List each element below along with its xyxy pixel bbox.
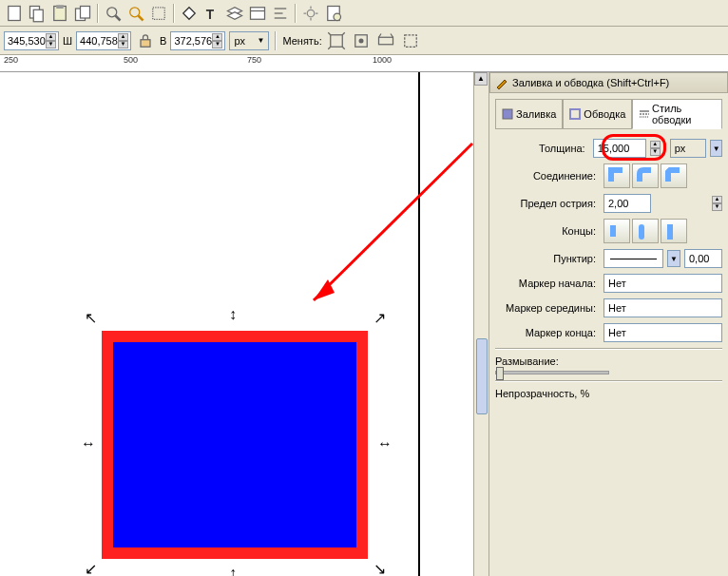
join-round-button[interactable] [632, 163, 659, 188]
panel-title: Заливка и обводка (Shift+Ctrl+F) [489, 72, 728, 93]
xml-icon[interactable] [247, 3, 268, 24]
height-input[interactable]: ▲▼ [170, 31, 225, 50]
copy-icon[interactable] [27, 3, 48, 24]
combo-arrow-icon[interactable]: ▼ [710, 140, 722, 157]
stroke-width-input[interactable] [593, 139, 646, 158]
separator [97, 4, 99, 23]
panel-body: Заливка Обводка Стиль обводки Толщина: ▲… [489, 93, 728, 405]
scroll-up-icon[interactable]: ▲ [474, 72, 488, 86]
svg-rect-26 [404, 34, 416, 47]
svg-rect-4 [56, 5, 64, 9]
handle-se[interactable]: ↘ [374, 565, 385, 576]
marker-start-label: Маркер начала: [495, 278, 600, 289]
prefs-icon[interactable] [300, 3, 321, 24]
svg-line-8 [116, 15, 121, 20]
spin-down-icon[interactable]: ▼ [46, 41, 56, 48]
zoom-page-icon[interactable] [148, 3, 169, 24]
duplicate-icon[interactable] [72, 3, 93, 24]
miter-input[interactable] [603, 194, 651, 213]
svg-point-9 [130, 7, 140, 16]
paste-icon[interactable] [49, 3, 70, 24]
cap-round-button[interactable] [632, 219, 659, 243]
svg-rect-25 [378, 37, 393, 45]
dash-offset-input[interactable] [684, 249, 722, 268]
spin-down-icon[interactable]: ▼ [650, 148, 661, 156]
opacity-label: Непрозрачность, % [495, 388, 722, 399]
marker-mid-combo[interactable]: Нет [603, 298, 722, 317]
separator [173, 4, 175, 23]
handle-n[interactable]: ↕ [229, 310, 240, 321]
transform-mode3-icon[interactable] [375, 30, 396, 51]
spin-up-icon[interactable]: ▲ [46, 33, 56, 41]
spin-down-icon[interactable]: ▼ [118, 41, 128, 48]
svg-text:T: T [206, 8, 215, 22]
svg-rect-30 [570, 109, 580, 119]
layers-icon[interactable] [224, 3, 245, 24]
main-area: ↖ ↕ ↗ ↔ ↔ ↙ ↕ ↘ ▲ Заливка и обводка (Shi… [0, 72, 728, 576]
lock-icon[interactable] [135, 30, 156, 51]
width-unit-combo[interactable]: px [670, 139, 707, 158]
dash-label: Пунктир: [495, 253, 600, 264]
spin-up-icon[interactable]: ▲ [212, 33, 222, 41]
cap-square-button[interactable] [661, 219, 687, 243]
width-label: Толщина: [495, 143, 589, 154]
cap-butt-button[interactable] [603, 219, 630, 243]
spin-down-icon[interactable]: ▼ [212, 41, 222, 48]
doc-props-icon[interactable] [323, 3, 344, 24]
blur-label: Размывание: [495, 355, 722, 367]
width-input[interactable]: ▲▼ [76, 31, 131, 50]
svg-rect-29 [503, 109, 512, 119]
handle-sw[interactable]: ↙ [85, 565, 96, 576]
width-label: Ш [63, 35, 72, 47]
separator [295, 4, 297, 23]
spin-up-icon[interactable]: ▲ [650, 141, 661, 148]
unit-combo[interactable]: px▼ [229, 31, 269, 50]
align-icon[interactable] [270, 3, 291, 24]
brush-icon [495, 76, 508, 89]
handle-s[interactable]: ↕ [229, 568, 240, 576]
top-toolbar: T [0, 0, 728, 27]
zoom-fit-icon[interactable] [125, 3, 146, 24]
svg-line-10 [139, 15, 144, 20]
spin-up-icon[interactable]: ▲ [118, 33, 128, 41]
join-miter-button[interactable] [603, 163, 630, 188]
svg-rect-2 [33, 10, 43, 22]
blur-slider[interactable] [495, 371, 609, 374]
coord-input[interactable]: ▲▼ [4, 31, 59, 50]
zoom-icon[interactable] [103, 3, 124, 24]
canvas[interactable]: ↖ ↕ ↗ ↔ ↔ ↙ ↕ ↘ [0, 72, 473, 576]
marker-end-combo[interactable]: Нет [603, 323, 722, 342]
svg-rect-13 [251, 7, 265, 19]
svg-rect-21 [141, 39, 150, 47]
svg-rect-0 [9, 6, 21, 20]
tab-fill[interactable]: Заливка [495, 99, 563, 129]
transform-mode2-icon[interactable] [351, 30, 372, 51]
spin-down-icon[interactable]: ▼ [712, 203, 722, 211]
height-label: В [160, 35, 166, 47]
tab-stroke-style[interactable]: Стиль обводки [632, 99, 722, 129]
join-label: Соединение: [495, 170, 600, 182]
dash-combo[interactable] [603, 249, 663, 268]
tab-stroke[interactable]: Обводка [563, 99, 632, 129]
fill-icon[interactable] [179, 3, 200, 24]
transform-mode-icon[interactable] [326, 30, 347, 51]
marker-end-label: Маркер конца: [495, 327, 600, 338]
handle-ne[interactable]: ↗ [374, 314, 385, 325]
slider-thumb[interactable] [496, 367, 504, 380]
spin-up-icon[interactable]: ▲ [712, 196, 722, 203]
coords-toolbar: ▲▼ Ш ▲▼ В ▲▼ px▼ Менять: [0, 27, 728, 55]
join-bevel-button[interactable] [661, 163, 687, 188]
new-icon[interactable] [4, 3, 25, 24]
handle-w[interactable]: ↔ [81, 439, 92, 451]
text-icon[interactable]: T [201, 3, 222, 24]
handle-nw[interactable]: ↖ [85, 314, 96, 325]
marker-start-combo[interactable]: Нет [603, 274, 722, 293]
selection-handles: ↖ ↕ ↗ ↔ ↔ ↙ ↕ ↘ [90, 319, 379, 570]
handle-e[interactable]: ↔ [377, 439, 389, 451]
horizontal-ruler: 250 500 750 1000 [0, 55, 728, 72]
vertical-scrollbar[interactable]: ▲ [473, 72, 489, 576]
combo-arrow-icon[interactable]: ▼ [667, 250, 680, 267]
scroll-thumb[interactable] [476, 338, 488, 414]
stroke-tab-icon [569, 108, 581, 120]
transform-mode4-icon[interactable] [400, 30, 421, 51]
